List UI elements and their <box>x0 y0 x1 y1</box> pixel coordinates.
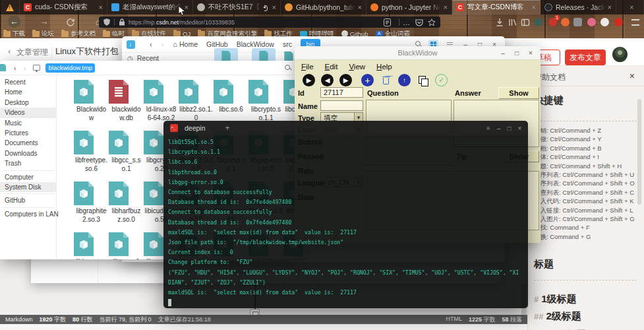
fm-forward-button[interactable]: › <box>24 64 26 72</box>
close-button[interactable]: × <box>516 125 523 132</box>
breadcrumb-item[interactable]: src <box>283 40 292 48</box>
url-bar[interactable]: https://mp.csdn.net/mdeditor/103339835 … <box>99 16 440 28</box>
sidebar-item[interactable]: GitHub <box>0 195 56 205</box>
browser-tab[interactable]: 不吐不快S1E7【白璧微瑕】 × <box>193 0 281 15</box>
new-tab-button[interactable]: + <box>225 123 230 133</box>
help-close-icon[interactable]: × <box>629 71 635 81</box>
fm-forward-button[interactable]: › <box>161 40 164 48</box>
copy-button[interactable] <box>417 74 429 86</box>
file-item[interactable]: blackwidow.db <box>109 75 144 126</box>
downloads-icon[interactable] <box>494 17 505 28</box>
sidebar-item[interactable]: Recent <box>0 77 56 87</box>
terminal-menu-icon[interactable]: ≡ <box>484 125 492 131</box>
file-item[interactable]: libcrypto.so.1.1 <box>249 75 283 126</box>
sidebar-item[interactable]: Computer <box>0 172 56 182</box>
play-button[interactable]: ▶ <box>303 74 315 86</box>
pocket-icon[interactable] <box>415 18 423 26</box>
extension-icon[interactable] <box>614 18 623 26</box>
bw-titlebar[interactable]: BlackWidow – □ × <box>295 46 541 60</box>
tab-close-button[interactable]: × <box>358 3 362 11</box>
upload-button[interactable]: ↑ <box>398 74 411 86</box>
fm-back-button[interactable]: ‹ <box>150 40 152 48</box>
sidebar-item[interactable]: Downloads <box>0 148 56 158</box>
sidebar-item[interactable]: Documents <box>0 138 56 148</box>
delete-button[interactable] <box>380 74 392 86</box>
bookmark-item[interactable]: 参考文档 <box>61 30 96 38</box>
breadcrumb-item[interactable]: BlackWidow <box>237 40 274 48</box>
tab-close-button[interactable]: × <box>444 3 448 11</box>
sidebar-item[interactable]: Pictures <box>0 128 56 138</box>
tab-audio-icon[interactable] <box>262 5 268 11</box>
help-scrollbar[interactable] <box>637 99 641 205</box>
menu-item[interactable]: View <box>349 63 365 71</box>
menu-button[interactable] <box>630 17 641 28</box>
terminal-output[interactable]: libQt5Sql.so.5libcrypto.so.1.1libc.so.6l… <box>163 135 528 308</box>
article-manage-link[interactable]: 文章管理 <box>16 47 48 58</box>
tab-close-button[interactable]: × <box>532 3 536 11</box>
reader-mode-icon[interactable] <box>384 18 391 26</box>
show-button[interactable]: Show <box>498 87 539 99</box>
breadcrumb-item[interactable]: GitHub <box>206 40 228 48</box>
article-title-input[interactable]: Linux下软件打包 <box>55 46 119 57</box>
file-item[interactable]: Blackwidow <box>74 75 109 126</box>
library-icon[interactable] <box>508 17 518 28</box>
path-chip[interactable]: blackwidow.tmp <box>45 63 95 73</box>
extension-icon[interactable] <box>587 18 596 26</box>
reload-button[interactable] <box>65 17 76 28</box>
page-actions-icon[interactable]: … <box>403 18 411 26</box>
previous-button[interactable]: ◀ <box>321 74 334 86</box>
sidebar-item[interactable]: Trash <box>0 158 56 168</box>
tab-close-button[interactable]: × <box>608 3 612 11</box>
terminal-titlebar[interactable]: deepin + ≡ – □ × <box>163 121 528 135</box>
selected-file-icon[interactable] <box>214 48 238 62</box>
selected-file-icon[interactable] <box>252 48 276 62</box>
publish-button[interactable]: 发布文章 <box>565 50 606 65</box>
next-button[interactable]: ▶ <box>339 74 352 86</box>
lock-icon[interactable] <box>118 18 126 26</box>
close-button[interactable]: × <box>527 50 535 57</box>
menu-item[interactable]: Edit <box>325 63 338 71</box>
check-button[interactable]: ✓ <box>435 74 448 86</box>
maximize-button[interactable]: □ <box>506 125 513 132</box>
minimize-button[interactable]: – <box>495 125 502 132</box>
fm-back-button[interactable]: ‹ <box>14 64 16 72</box>
sidebar-item[interactable]: Desktop <box>0 98 56 108</box>
name-input[interactable] <box>320 100 363 111</box>
bookmark-item[interactable]: 论坛 <box>32 30 54 38</box>
breadcrumb-item[interactable]: Home <box>179 40 198 48</box>
back-to-manage-icon[interactable]: ‹ <box>8 46 11 56</box>
file-item[interactable]: libfreetype.so.6 <box>74 126 109 177</box>
user-avatar[interactable] <box>612 47 628 62</box>
tab-close-button[interactable]: × <box>99 3 103 11</box>
file-item[interactable]: ld-linux-x86-64.so.2 <box>144 75 179 126</box>
extension-icon[interactable] <box>561 18 570 26</box>
file-item[interactable]: libharfbuzz.so.0 <box>109 177 144 228</box>
extension-icon[interactable] <box>600 18 609 26</box>
file-item[interactable]: libc.so.6 <box>214 75 249 126</box>
sidebar-item[interactable]: Music <box>0 118 56 128</box>
bookmark-star-icon[interactable] <box>428 18 436 26</box>
extension-icon[interactable]: 1 <box>548 18 557 26</box>
sidebar-toggle-icon[interactable] <box>520 17 531 28</box>
extension-icon[interactable] <box>534 18 542 26</box>
tracking-shield-icon[interactable] <box>103 18 111 26</box>
sidebar-item[interactable]: System Disk <box>0 182 56 192</box>
menu-item[interactable]: Help <box>376 63 392 71</box>
id-input[interactable]: 27117 <box>320 87 363 98</box>
tab-close-button[interactable]: × <box>272 3 276 11</box>
extension-icon[interactable] <box>573 18 582 26</box>
browser-tab[interactable]: Releases · JackeyLea/Bl × <box>541 0 616 15</box>
sidebar-item[interactable]: Home <box>0 87 56 97</box>
browser-tab-partial[interactable]: × <box>616 0 644 15</box>
browser-tab[interactable] <box>0 0 20 15</box>
browser-tab[interactable]: python - Jupyter Notebook × <box>366 0 452 15</box>
sidebar-item[interactable]: Computers in LAN <box>0 209 56 219</box>
file-item[interactable]: libgraphite2.so.3 <box>74 177 109 228</box>
browser-tab[interactable]: cuda- CSDN搜索 × <box>20 0 107 15</box>
browser-tab[interactable]: GitHub/python_tutorial × <box>281 0 366 15</box>
file-item[interactable]: libgcc_s.so.1 <box>109 126 144 177</box>
maximize-button[interactable]: □ <box>513 50 521 57</box>
forward-button[interactable]: → <box>38 16 50 28</box>
menu-item[interactable]: File <box>301 63 314 71</box>
tab-close-button[interactable]: × <box>629 3 633 11</box>
